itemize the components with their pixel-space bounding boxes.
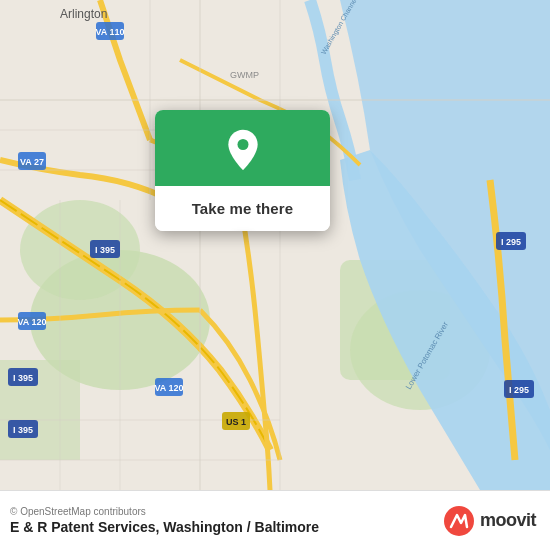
svg-text:GWMP: GWMP <box>230 70 259 80</box>
svg-point-32 <box>237 139 248 150</box>
svg-text:I 395: I 395 <box>13 425 33 435</box>
svg-text:I 295: I 295 <box>501 237 521 247</box>
svg-text:Arlington: Arlington <box>60 7 107 21</box>
svg-text:VA 27: VA 27 <box>20 157 44 167</box>
svg-text:US 1: US 1 <box>226 417 246 427</box>
moovit-text: moovit <box>480 510 536 531</box>
copyright-text: © OpenStreetMap contributors <box>10 506 319 517</box>
footer-left: © OpenStreetMap contributors E & R Paten… <box>10 506 319 535</box>
svg-text:VA 120: VA 120 <box>154 383 183 393</box>
moovit-brand-icon <box>443 505 475 537</box>
svg-text:VA 120: VA 120 <box>17 317 46 327</box>
map-container: Lower Potomac River Washington Channel <box>0 0 550 490</box>
svg-text:I 395: I 395 <box>13 373 33 383</box>
take-me-there-button[interactable]: Take me there <box>155 186 330 231</box>
location-title: E & R Patent Services, Washington / Balt… <box>10 519 319 535</box>
footer-bar: © OpenStreetMap contributors E & R Paten… <box>0 490 550 550</box>
svg-text:VA 110: VA 110 <box>95 27 124 37</box>
svg-text:I 295: I 295 <box>509 385 529 395</box>
moovit-logo: moovit <box>443 505 536 537</box>
location-pin-icon <box>221 128 265 172</box>
popup-card: Take me there <box>155 110 330 231</box>
map-background: Lower Potomac River Washington Channel <box>0 0 550 490</box>
popup-header <box>155 110 330 186</box>
svg-text:I 395: I 395 <box>95 245 115 255</box>
